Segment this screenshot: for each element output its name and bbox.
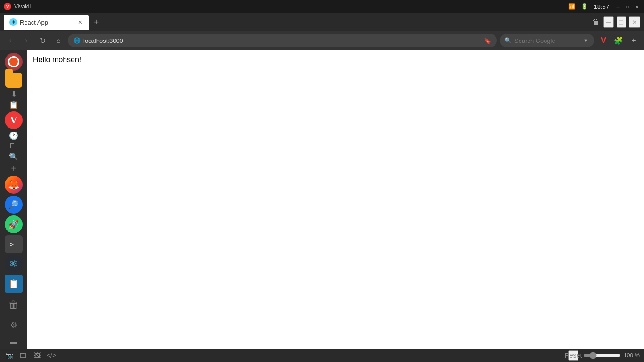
vivaldi-icon-button[interactable]: V bbox=[597, 34, 610, 47]
page-search-icon: 🔍 bbox=[9, 152, 18, 161]
search-bar-container: 🔍 ▼ bbox=[500, 34, 594, 47]
sidebar-item-downloads[interactable]: ⬇ bbox=[6, 90, 21, 99]
window-controls: ─ □ ✕ bbox=[615, 3, 640, 10]
tab-favicon: ⚛ bbox=[9, 18, 17, 26]
sidebar-item-panels[interactable]: 🗔 bbox=[6, 142, 21, 150]
window-restore-button[interactable]: □ bbox=[617, 16, 626, 28]
panels-icon: 🗔 bbox=[10, 142, 17, 150]
secure-icon: 🌐 bbox=[74, 37, 81, 44]
search-input[interactable] bbox=[514, 37, 580, 44]
tab-label: React App bbox=[20, 19, 48, 26]
title-bar: V Vivaldi 📶 🔋 18:57 ─ □ ✕ bbox=[0, 0, 644, 13]
window-close-button[interactable]: ✕ bbox=[629, 16, 640, 28]
search-dropdown-icon[interactable]: ▼ bbox=[583, 38, 588, 43]
reset-zoom-button[interactable]: Reset bbox=[568, 350, 578, 361]
terminal-prompt: >_ bbox=[10, 240, 18, 248]
navigation-bar: ‹ › ↻ ⌂ 🌐 🔖 🔍 ▼ V 🧩 + bbox=[0, 31, 644, 50]
active-tab[interactable]: ⚛ React App × bbox=[4, 15, 89, 30]
address-input[interactable] bbox=[83, 37, 481, 44]
sidebar-item-files[interactable] bbox=[3, 73, 24, 88]
history-icon: 🕐 bbox=[9, 131, 18, 140]
sidebar-item-react[interactable]: ⚛ bbox=[3, 255, 24, 273]
tab-bar-right: 🗑 ─ □ ✕ bbox=[592, 16, 640, 28]
extensions-button[interactable]: 🧩 bbox=[612, 34, 625, 47]
settings-icon: ⚙ bbox=[10, 321, 17, 329]
sidebar-item-firefox[interactable]: 🦊 bbox=[3, 176, 24, 194]
app-title: Vivaldi bbox=[14, 3, 31, 10]
notes-icon: 📋 bbox=[9, 100, 18, 109]
sidebar-item-vscode[interactable]: 📋 bbox=[3, 275, 24, 293]
sidebar-item-add[interactable]: + bbox=[6, 163, 21, 174]
sidebar-item-terminal[interactable]: >_ bbox=[3, 235, 24, 253]
sidebar-item-notes[interactable]: 📋 bbox=[6, 100, 21, 109]
minimize-button[interactable]: ─ bbox=[615, 3, 621, 10]
reset-label: Reset bbox=[565, 352, 582, 359]
vivaldi-title-logo: V bbox=[4, 3, 11, 10]
main-layout: ⬇ 📋 V 🕐 🗔 🔍 + 🦊 🔎 bbox=[0, 50, 644, 349]
back-button[interactable]: ‹ bbox=[4, 34, 17, 47]
content-area: Hello mohsen! bbox=[27, 50, 644, 349]
screenshot-icon[interactable]: 📷 bbox=[4, 350, 14, 361]
sidebar-toggle-icon: ▬ bbox=[10, 337, 17, 346]
zoom-level: 100 % bbox=[624, 352, 640, 359]
new-tab-button[interactable]: + bbox=[91, 16, 102, 28]
code-view-icon[interactable]: </> bbox=[46, 350, 57, 361]
sidebar-item-page-search[interactable]: 🔍 bbox=[6, 152, 21, 161]
sidebar-item-sidebar-toggle[interactable]: ▬ bbox=[6, 334, 21, 349]
sidebar-item-vivaldi[interactable]: V bbox=[3, 111, 24, 129]
clock: 18:57 bbox=[594, 3, 609, 10]
sidebar-bottom: 🗑 ⚙ ▬ bbox=[3, 295, 24, 352]
download-icon: ⬇ bbox=[11, 90, 17, 99]
sidebar-item-rocket[interactable]: 🚀 bbox=[3, 215, 24, 233]
bottom-right: Reset 100 % bbox=[568, 350, 640, 361]
sidebar-item-settings[interactable]: ⚙ bbox=[6, 317, 21, 332]
sidebar-item-trash[interactable]: 🗑 bbox=[3, 295, 24, 315]
tab-bar: ⚛ React App × + 🗑 ─ □ ✕ bbox=[0, 13, 644, 31]
add-button[interactable]: + bbox=[627, 34, 640, 47]
hello-message: Hello mohsen! bbox=[33, 56, 638, 64]
search-icon: 🔍 bbox=[504, 37, 512, 44]
forward-button[interactable]: › bbox=[20, 34, 33, 47]
image-icon[interactable]: 🖼 bbox=[32, 350, 42, 361]
title-bar-right: 📶 🔋 18:57 ─ □ ✕ bbox=[568, 3, 640, 10]
maximize-button[interactable]: □ bbox=[624, 3, 631, 10]
tray-network-icon: 📶 bbox=[568, 3, 575, 10]
window-action-buttons: ─ □ ✕ bbox=[603, 16, 640, 28]
reload-button[interactable]: ↻ bbox=[36, 34, 49, 47]
title-bar-left: V Vivaldi bbox=[4, 3, 31, 10]
add-icon: + bbox=[11, 163, 17, 174]
address-bar-container: 🌐 🔖 bbox=[68, 34, 497, 47]
zoom-slider[interactable] bbox=[583, 352, 621, 359]
zoom-control: 100 % bbox=[583, 352, 640, 359]
tray-battery-icon: 🔋 bbox=[581, 3, 588, 10]
left-sidebar: ⬇ 📋 V 🕐 🗔 🔍 + 🦊 🔎 bbox=[0, 50, 27, 349]
close-all-tabs-icon[interactable]: 🗑 bbox=[592, 18, 600, 26]
vivaldi-app-icon: V bbox=[5, 111, 23, 129]
bottom-left: 📷 🗔 🖼 </> bbox=[4, 350, 57, 361]
sidebar-item-searx[interactable]: 🔎 bbox=[3, 196, 24, 214]
bookmark-page-button[interactable]: 🔖 bbox=[484, 37, 491, 44]
sidebar-item-history[interactable]: 🕐 bbox=[6, 131, 21, 140]
home-button[interactable]: ⌂ bbox=[52, 34, 65, 47]
address-bar-actions: 🔖 bbox=[484, 37, 491, 44]
window-minimize-button[interactable]: ─ bbox=[603, 16, 614, 28]
close-button[interactable]: ✕ bbox=[634, 3, 640, 10]
sidebar-item-ubuntu[interactable] bbox=[3, 53, 24, 71]
bottom-bar: 📷 🗔 🖼 </> Reset 100 % bbox=[0, 349, 644, 362]
nav-right-buttons: V 🧩 + bbox=[597, 34, 640, 47]
react-app-icon: ⚛ bbox=[5, 255, 23, 273]
tab-close-button[interactable]: × bbox=[77, 17, 83, 27]
terminal-app-icon: >_ bbox=[5, 235, 23, 253]
window-icon[interactable]: 🗔 bbox=[18, 350, 28, 361]
